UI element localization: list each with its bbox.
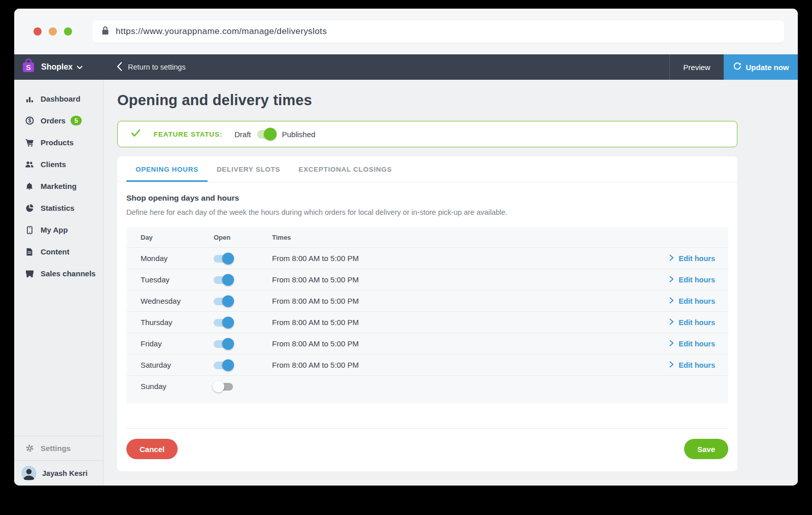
sidebar-item-my-app[interactable]: My App xyxy=(14,219,103,241)
chevron-right-icon xyxy=(669,361,674,369)
edit-hours-link[interactable]: Edit hours xyxy=(669,276,715,284)
sidebar-item-orders[interactable]: $ Orders 5 xyxy=(14,110,103,132)
sidebar-item-marketing[interactable]: Marketing xyxy=(14,175,103,197)
open-toggle[interactable] xyxy=(214,362,233,369)
section-heading: Shop opening days and hours xyxy=(126,194,728,203)
table-row: Sunday xyxy=(126,375,728,397)
smartphone-icon xyxy=(25,226,34,234)
edit-hours-label: Edit hours xyxy=(679,318,715,327)
times-text: From 8:00 AM to 5:00 PM xyxy=(272,361,647,369)
orders-count-badge: 5 xyxy=(71,116,82,125)
times-text: From 8:00 AM to 5:00 PM xyxy=(272,297,647,305)
sidebar-item-label: My App xyxy=(41,226,68,234)
edit-hours-label: Edit hours xyxy=(679,361,715,369)
user-avatar xyxy=(21,466,37,481)
dashboard-icon xyxy=(25,95,34,103)
feature-status-banner: FEATURE STATUS: Draft Published xyxy=(117,121,737,147)
chevron-down-icon xyxy=(77,62,83,72)
brand-menu[interactable]: S Shoplex xyxy=(14,54,104,80)
sidebar-item-label: Content xyxy=(41,247,70,256)
sidebar-item-clients[interactable]: Clients xyxy=(14,153,103,175)
tab-exceptional-closings[interactable]: EXCEPTIONAL CLOSINGS xyxy=(289,156,401,182)
table-row: Monday From 8:00 AM to 5:00 PM Edit hour… xyxy=(126,247,728,269)
tab-bar: OPENING HOURS DELIVERY SLOTS EXCEPTIONAL… xyxy=(117,156,737,182)
day-label: Friday xyxy=(126,339,214,348)
day-label: Thursday xyxy=(126,318,214,327)
published-label: Published xyxy=(282,130,316,139)
update-now-label: Update now xyxy=(746,63,789,72)
user-name: Jayash Kesri xyxy=(42,469,87,477)
navbar-spacer xyxy=(186,54,669,80)
return-to-settings-label: Return to settings xyxy=(128,63,186,71)
table-row: Tuesday From 8:00 AM to 5:00 PM Edit hou… xyxy=(126,269,728,290)
table-header-row: Day Open Times xyxy=(126,227,728,247)
cancel-button[interactable]: Cancel xyxy=(126,439,178,459)
update-now-button[interactable]: Update now xyxy=(724,54,798,80)
app-navbar: S Shoplex Return to settings Preview Upd… xyxy=(14,54,798,80)
svg-text:$: $ xyxy=(28,118,31,123)
sidebar-item-products[interactable]: Products xyxy=(14,132,103,153)
sidebar-item-label: Clients xyxy=(41,160,66,169)
close-window-button[interactable] xyxy=(33,27,42,36)
lock-icon xyxy=(101,26,109,37)
sidebar-item-dashboard[interactable]: Dashboard xyxy=(14,88,103,110)
open-toggle[interactable] xyxy=(214,255,233,263)
feature-status-toggle[interactable] xyxy=(257,130,276,139)
draft-label: Draft xyxy=(234,130,251,139)
open-toggle[interactable] xyxy=(214,298,233,305)
opening-hours-table: Day Open Times Monday From 8:00 AM to 5:… xyxy=(126,227,728,404)
feature-status-label: FEATURE STATUS: xyxy=(154,131,222,138)
sidebar-item-settings[interactable]: Settings xyxy=(14,436,103,460)
orders-icon: $ xyxy=(25,116,34,125)
pie-chart-icon xyxy=(25,204,34,212)
sidebar-item-label: Orders xyxy=(41,116,65,125)
minimize-window-button[interactable] xyxy=(49,27,57,36)
opening-hours-card: OPENING HOURS DELIVERY SLOTS EXCEPTIONAL… xyxy=(117,156,737,471)
browser-window: https://www.yourappname.com/manage/deliv… xyxy=(14,9,798,486)
tab-opening-hours[interactable]: OPENING HOURS xyxy=(126,156,208,182)
check-icon xyxy=(131,129,141,139)
edit-hours-label: Edit hours xyxy=(679,340,715,348)
edit-hours-link[interactable]: Edit hours xyxy=(669,361,715,369)
times-text: From 8:00 AM to 5:00 PM xyxy=(272,339,647,348)
main-content: Opening and delivery times FEATURE STATU… xyxy=(104,80,798,486)
preview-button[interactable]: Preview xyxy=(669,54,724,80)
edit-hours-link[interactable]: Edit hours xyxy=(669,340,715,348)
open-toggle[interactable] xyxy=(214,340,233,348)
shoplex-logo-icon: S xyxy=(21,58,36,76)
maximize-window-button[interactable] xyxy=(64,27,72,36)
edit-hours-link[interactable]: Edit hours xyxy=(669,318,715,327)
day-label: Sunday xyxy=(126,382,214,391)
open-toggle[interactable] xyxy=(214,276,233,284)
sidebar-item-label: Sales channels xyxy=(41,269,95,278)
user-profile[interactable]: Jayash Kesri xyxy=(14,460,103,486)
open-toggle[interactable] xyxy=(214,319,233,327)
table-row: Saturday From 8:00 AM to 5:00 PM Edit ho… xyxy=(126,354,728,375)
times-text: From 8:00 AM to 5:00 PM xyxy=(272,275,647,284)
table-row: Wednesday From 8:00 AM to 5:00 PM Edit h… xyxy=(126,290,728,311)
refresh-icon xyxy=(733,62,741,72)
settings-label: Settings xyxy=(41,444,71,453)
sidebar-item-sales-channels[interactable]: Sales channels xyxy=(14,263,103,284)
edit-hours-label: Edit hours xyxy=(679,254,715,263)
brand-name: Shoplex xyxy=(41,62,73,72)
sidebar-item-label: Dashboard xyxy=(41,94,80,103)
card-footer: Cancel Save xyxy=(126,439,728,459)
edit-hours-link[interactable]: Edit hours xyxy=(669,254,715,263)
column-header-day: Day xyxy=(126,234,214,241)
return-to-settings-link[interactable]: Return to settings xyxy=(104,54,186,80)
sidebar-item-label: Products xyxy=(41,138,74,147)
address-bar[interactable]: https://www.yourappname.com/manage/deliv… xyxy=(92,20,784,43)
sidebar-item-label: Marketing xyxy=(41,182,77,190)
svg-text:S: S xyxy=(26,63,31,72)
save-button[interactable]: Save xyxy=(684,439,728,459)
open-toggle[interactable] xyxy=(214,383,233,391)
sidebar-item-content[interactable]: Content xyxy=(14,241,103,263)
edit-hours-link[interactable]: Edit hours xyxy=(669,297,715,305)
column-header-open: Open xyxy=(214,234,272,241)
opening-table-body: Monday From 8:00 AM to 5:00 PM Edit hour… xyxy=(126,247,728,397)
sidebar-item-statistics[interactable]: Statistics xyxy=(14,197,103,219)
gear-icon xyxy=(25,444,34,453)
column-header-times: Times xyxy=(272,234,647,241)
tab-delivery-slots[interactable]: DELIVERY SLOTS xyxy=(208,156,289,182)
